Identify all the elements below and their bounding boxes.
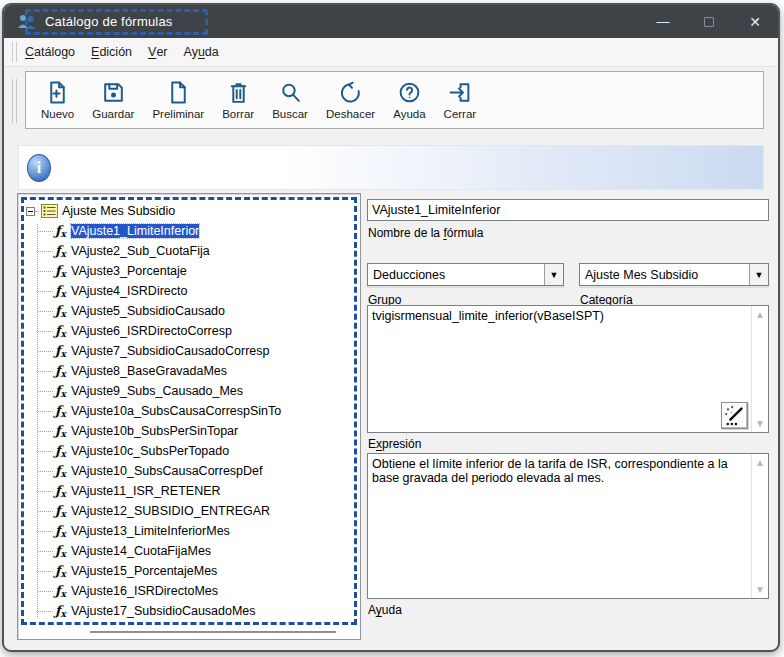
categoria-value: Ajuste Mes Subsidio [580,268,749,282]
tree-item[interactable]: ƒxVAjuste17_SubsidioCausadoMes [26,601,360,621]
formula-wizard-button[interactable] [721,402,748,429]
maximize-button[interactable] [686,5,732,38]
tree-item[interactable]: ƒxVAjuste3_Porcentaje [26,261,360,281]
new-document-icon [45,80,70,105]
tree-item[interactable]: ƒxVAjuste1_LimiteInferior [26,221,360,241]
toolbar-button-guardar[interactable]: Guardar [83,76,143,124]
search-icon [278,80,303,105]
fx-icon: ƒx [55,344,66,359]
fx-icon: ƒx [55,564,66,579]
tree-item[interactable]: ƒxVAjuste11_ISR_RETENER [26,481,360,501]
category-list-icon [41,204,58,218]
expression-scrollbar[interactable]: ▲ ▼ [751,306,768,432]
preview-document-icon [166,80,191,105]
minimize-button[interactable]: — [640,5,686,38]
toolbar-button-deshacer[interactable]: Deshacer [317,76,384,124]
tree-item[interactable]: ƒxVAjuste5_SubsidioCausado [26,301,360,321]
fx-icon: ƒx [55,284,66,299]
help-scrollbar[interactable]: ▲ ▼ [751,454,768,598]
toolbar: Nuevo Guardar Preliminar [25,71,764,129]
info-icon: i [27,154,51,182]
toolbar-button-buscar[interactable]: Buscar [263,76,317,124]
fx-icon: ƒx [55,604,66,619]
toolbar-button-label: Nuevo [41,108,74,120]
grupo-value: Deducciones [368,268,544,282]
fx-icon: ƒx [55,304,66,319]
fx-icon: ƒx [55,524,66,539]
toolbar-button-label: Buscar [272,108,308,120]
fx-icon: ƒx [55,244,66,259]
tree-item[interactable]: ƒxVAjuste10c_SubsPerTopado [26,441,360,461]
chevron-down-icon[interactable]: ▼ [544,264,563,285]
fx-icon: ƒx [55,444,66,459]
menu-ver[interactable]: Ver [140,38,175,66]
undo-icon [338,80,363,105]
horizontal-scrollbar[interactable] [90,631,336,633]
toolbar-button-nuevo[interactable]: Nuevo [32,76,83,124]
tree-item[interactable]: ƒxVAjuste10_SubsCausaCorrespDef [26,461,360,481]
app-window: Catálogo de fórmulas — ✕ Catálogo Edició… [2,3,780,652]
tree-item[interactable]: ƒxVAjuste7_SubsidioCausadoCorresp [26,341,360,361]
tree-item[interactable]: ƒxVAjuste16_ISRDirectoMes [26,581,360,601]
tree-item[interactable]: ƒxVAjuste2_Sub_CuotaFija [26,241,360,261]
formula-tree-panel: Ajuste Mes Subsidio ƒxVAjuste1_LimiteInf… [17,193,361,640]
formula-name-label: Nombre de la fórmula [368,226,483,240]
toolbar-button-label: Deshacer [326,108,375,120]
chevron-down-icon[interactable]: ▼ [749,264,768,285]
info-bar: i [18,145,764,190]
title-bar: Catálogo de fórmulas — ✕ [4,5,778,38]
toolbar-button-borrar[interactable]: Borrar [213,76,263,124]
toolbar-button-cerrar[interactable]: Cerrar [435,76,486,124]
fx-icon: ƒx [55,264,66,279]
fx-icon: ƒx [55,424,66,439]
help-textarea[interactable]: Obtiene el límite inferior de la tarifa … [368,454,751,598]
tree-item[interactable]: ƒxVAjuste8_BaseGravadaMes [26,361,360,381]
toolbar-button-label: Cerrar [444,108,477,120]
window-title: Catálogo de fórmulas [45,14,173,29]
tree-item[interactable]: ƒxVAjuste6_ISRDirectoCorresp [26,321,360,341]
fx-icon: ƒx [55,504,66,519]
menu-bar: Catálogo Edición Ver Ayuda [4,38,778,67]
tree-root[interactable]: Ajuste Mes Subsidio [26,201,360,221]
menu-ayuda[interactable]: Ayuda [176,38,227,66]
categoria-combobox[interactable]: Ajuste Mes Subsidio ▼ [579,263,769,286]
toolbar-gripper [12,79,17,123]
window-controls: — ✕ [640,5,778,38]
tree-item[interactable]: ƒxVAjuste10b_SubsPerSinTopar [26,421,360,441]
formula-form-panel: Nombre de la fórmula Deducciones ▼ Grupo… [366,193,771,645]
tree-item[interactable]: ƒxVAjuste15_PorcentajeMes [26,561,360,581]
close-button[interactable]: ✕ [732,5,778,38]
toolbar-button-preliminar[interactable]: Preliminar [143,76,213,124]
delete-icon [226,80,251,105]
menu-catalogo[interactable]: Catálogo [17,38,83,66]
help-label: Ayuda [368,603,402,617]
tree-item[interactable]: ƒxVAjuste14_CuotaFijaMes [26,541,360,561]
tree-item[interactable]: ƒxVAjuste4_ISRDirecto [26,281,360,301]
tree-item[interactable]: ƒxVAjuste12_SUBSIDIO_ENTREGAR [26,501,360,521]
grupo-combobox[interactable]: Deducciones ▼ [367,263,564,286]
toolbar-button-ayuda[interactable]: Ayuda [384,76,434,124]
help-icon [397,80,422,105]
tree-item[interactable]: ƒxVAjuste9_Subs_Causado_Mes [26,381,360,401]
save-icon [101,80,126,105]
fx-icon: ƒx [55,404,66,419]
fx-icon: ƒx [55,484,66,499]
tree-item[interactable]: ƒxVAjuste10a_SubsCausaCorrespSinTo [26,401,360,421]
expression-textarea[interactable]: tvigisrmensual_limite_inferior(vBaseISPT… [368,306,751,432]
tree-item[interactable]: ƒxVAjuste13_LimiteInferiorMes [26,521,360,541]
scroll-up-icon[interactable]: ▲ [752,457,768,468]
app-users-icon [17,13,37,31]
scroll-down-icon[interactable]: ▼ [752,418,768,429]
tree-root-label: Ajuste Mes Subsidio [62,204,175,218]
scroll-down-icon[interactable]: ▼ [752,584,768,595]
formula-name-input[interactable] [367,199,769,221]
expression-box: tvigisrmensual_limite_inferior(vBaseISPT… [367,305,769,433]
menu-edicion[interactable]: Edición [83,38,140,66]
collapse-icon[interactable] [26,207,35,216]
fx-icon: ƒx [55,324,66,339]
toolbar-row: Nuevo Guardar Preliminar [4,67,778,133]
exit-icon [447,80,472,105]
scroll-up-icon[interactable]: ▲ [752,309,768,320]
toolbar-button-label: Borrar [222,108,254,120]
fx-icon: ƒx [55,584,66,599]
